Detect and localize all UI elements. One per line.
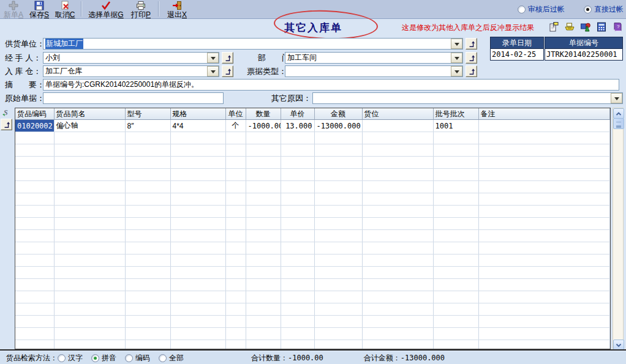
empty-cell[interactable]: [125, 169, 170, 181]
col-header[interactable]: 批号批次: [433, 108, 478, 120]
empty-cell[interactable]: [54, 279, 125, 291]
empty-cell[interactable]: [433, 254, 478, 267]
empty-cell[interactable]: [170, 291, 225, 303]
empty-cell[interactable]: [362, 206, 433, 218]
empty-cell[interactable]: [15, 316, 54, 328]
empty-cell[interactable]: [362, 279, 433, 291]
empty-cell[interactable]: [314, 279, 362, 291]
cell-remark[interactable]: [478, 120, 610, 132]
empty-cell[interactable]: [314, 254, 362, 267]
empty-cell[interactable]: [125, 230, 170, 242]
cell-location[interactable]: [362, 120, 433, 132]
empty-cell[interactable]: [125, 291, 170, 303]
empty-cell[interactable]: [246, 328, 281, 340]
post-after-audit-radio[interactable]: 审核后过帐: [518, 4, 565, 15]
empty-cell[interactable]: [15, 218, 54, 230]
supplier-combobox[interactable]: 新城加工厂: [43, 38, 463, 50]
cell-amount[interactable]: -13000.000: [314, 120, 362, 132]
empty-cell[interactable]: [433, 230, 478, 242]
empty-cell[interactable]: [433, 328, 478, 340]
search-pinyin-radio[interactable]: 拼音: [91, 353, 116, 363]
empty-cell[interactable]: [54, 316, 125, 328]
search-hanzi-radio[interactable]: 汉字: [58, 353, 83, 363]
empty-cell[interactable]: [170, 303, 225, 316]
empty-cell[interactable]: [362, 267, 433, 279]
empty-cell[interactable]: [478, 316, 610, 328]
empty-cell[interactable]: [170, 169, 225, 181]
dropdown-arrow-icon[interactable]: [611, 93, 622, 103]
empty-cell[interactable]: [225, 316, 246, 328]
cell-qty[interactable]: -1000.00: [246, 120, 281, 132]
empty-cell[interactable]: [15, 340, 54, 350]
empty-cell[interactable]: [54, 254, 125, 267]
col-header[interactable]: 单价: [281, 108, 314, 120]
empty-cell[interactable]: [433, 157, 478, 169]
doc-flag-icon[interactable]: [548, 21, 559, 32]
empty-cell[interactable]: [15, 291, 54, 303]
empty-cell[interactable]: [362, 132, 433, 144]
empty-cell[interactable]: [54, 230, 125, 242]
empty-cell[interactable]: [433, 193, 478, 206]
empty-cell[interactable]: [478, 193, 610, 206]
dropdown-arrow-icon[interactable]: [451, 53, 462, 63]
empty-cell[interactable]: [125, 181, 170, 193]
empty-cell[interactable]: [314, 303, 362, 316]
select-doc-button[interactable]: 选择单据G: [85, 0, 127, 18]
empty-cell[interactable]: [281, 291, 314, 303]
scroll-down-button[interactable]: [613, 340, 624, 350]
empty-cell[interactable]: [281, 132, 314, 144]
empty-cell[interactable]: [281, 230, 314, 242]
empty-cell[interactable]: [478, 291, 610, 303]
empty-cell[interactable]: [478, 218, 610, 230]
empty-cell[interactable]: [314, 206, 362, 218]
empty-cell[interactable]: [125, 132, 170, 144]
empty-cell[interactable]: [15, 267, 54, 279]
empty-cell[interactable]: [246, 340, 281, 350]
save-button[interactable]: 保存S: [27, 0, 51, 18]
empty-cell[interactable]: [15, 193, 54, 206]
empty-cell[interactable]: [225, 254, 246, 267]
empty-cell[interactable]: [125, 340, 170, 350]
empty-cell[interactable]: [54, 267, 125, 279]
cell-item-code[interactable]: 01020002: [15, 120, 54, 132]
col-header[interactable]: 货品简名: [54, 108, 125, 120]
empty-cell[interactable]: [246, 303, 281, 316]
empty-cell[interactable]: [433, 242, 478, 254]
empty-cell[interactable]: [478, 303, 610, 316]
empty-cell[interactable]: [281, 254, 314, 267]
empty-cell[interactable]: [225, 291, 246, 303]
empty-cell[interactable]: [125, 254, 170, 267]
cell-model[interactable]: 8″: [125, 120, 170, 132]
empty-cell[interactable]: [281, 316, 314, 328]
empty-cell[interactable]: [362, 291, 433, 303]
empty-cell[interactable]: [246, 254, 281, 267]
empty-cell[interactable]: [314, 181, 362, 193]
empty-cell[interactable]: [170, 218, 225, 230]
empty-cell[interactable]: [170, 328, 225, 340]
empty-cell[interactable]: [362, 181, 433, 193]
empty-cell[interactable]: [281, 340, 314, 350]
empty-cell[interactable]: [433, 206, 478, 218]
empty-cell[interactable]: [225, 169, 246, 181]
empty-cell[interactable]: [362, 316, 433, 328]
empty-cell[interactable]: [478, 254, 610, 267]
empty-cell[interactable]: [314, 316, 362, 328]
empty-cell[interactable]: [125, 279, 170, 291]
empty-cell[interactable]: [281, 193, 314, 206]
empty-cell[interactable]: [478, 230, 610, 242]
empty-cell[interactable]: [225, 303, 246, 316]
empty-cell[interactable]: [246, 242, 281, 254]
empty-cell[interactable]: [433, 181, 478, 193]
empty-cell[interactable]: [281, 279, 314, 291]
empty-cell[interactable]: [362, 328, 433, 340]
cell-unit[interactable]: 个: [225, 120, 246, 132]
empty-cell[interactable]: [54, 157, 125, 169]
empty-cell[interactable]: [246, 218, 281, 230]
empty-cell[interactable]: [125, 242, 170, 254]
empty-cell[interactable]: [362, 230, 433, 242]
empty-cell[interactable]: [54, 193, 125, 206]
empty-cell[interactable]: [314, 291, 362, 303]
post-direct-radio[interactable]: 直接过帐: [584, 4, 624, 15]
empty-cell[interactable]: [225, 230, 246, 242]
other-reason-combobox[interactable]: [312, 92, 623, 104]
